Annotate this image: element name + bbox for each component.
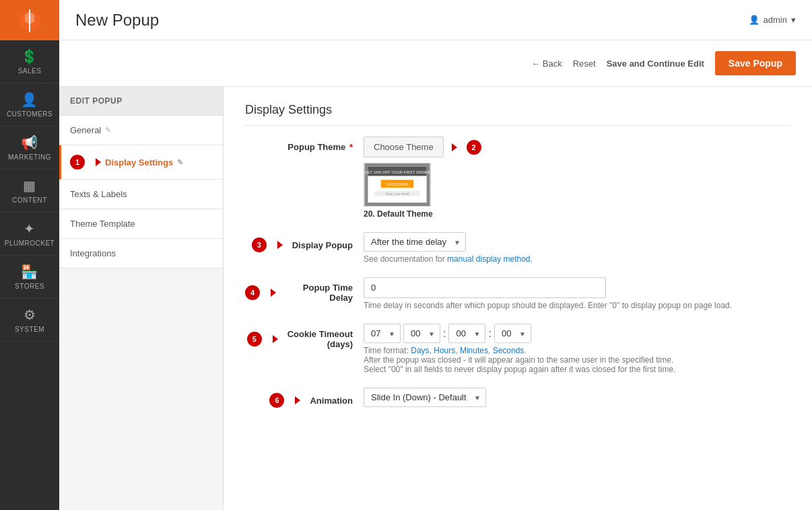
sidebar-item-content[interactable]: ▦ CONTENT: [0, 170, 59, 213]
edit-popup-header: EDIT POPUP: [59, 87, 223, 116]
theme-name: 20. Default Theme: [364, 209, 790, 219]
display-popup-field: After the time delay See documentation f…: [364, 232, 790, 264]
step3-badge-container: 3: [252, 238, 287, 252]
popup-theme-row: Popup Theme * Choose Theme 2: [245, 137, 790, 219]
display-popup-row: 3 Display Popup After the time delay See…: [245, 232, 790, 264]
nav-item-display-settings[interactable]: 1 Display Settings ✎: [59, 145, 223, 180]
colon1: :: [443, 328, 446, 340]
theme-thumbnail: GET 10% OFF YOUR FIRST ORDER SUBSCRIBE E…: [364, 163, 431, 207]
sidebar-item-plumrocket[interactable]: ✦ PLUMROCKET: [0, 213, 59, 256]
content-area: EDIT POPUP General ✎ 1 Display Settings …: [59, 87, 812, 510]
cookie-seconds-wrapper: 00: [494, 324, 531, 343]
svg-text:SUBSCRIBE: SUBSCRIBE: [386, 182, 409, 186]
left-panel: EDIT POPUP General ✎ 1 Display Settings …: [59, 87, 224, 510]
nav-item-texts-labels[interactable]: Texts & Labels: [59, 180, 223, 209]
sidebar-item-customers[interactable]: 👤 CUSTOMERS: [0, 83, 59, 126]
manual-display-link[interactable]: manual display method.: [447, 254, 533, 264]
step4-badge: 4: [245, 285, 260, 300]
nav-item-label-theme-template: Theme Template: [70, 219, 135, 229]
colon2: :: [488, 328, 491, 340]
sidebar-item-label-content: CONTENT: [12, 196, 47, 204]
reset-button[interactable]: Reset: [573, 59, 596, 69]
display-popup-label: 3 Display Popup: [245, 232, 353, 252]
edit-icon-general: ✎: [105, 126, 111, 135]
sidebar-item-sales[interactable]: 💲 SALES: [0, 40, 59, 83]
cookie-row: 07 00 : 00: [364, 324, 790, 343]
step4-arrow: [271, 289, 276, 297]
svg-text:GET 10% OFF YOUR FIRST ORDER: GET 10% OFF YOUR FIRST ORDER: [364, 170, 430, 174]
hours-link[interactable]: Hours: [434, 346, 455, 355]
sidebar: 💲 SALES 👤 CUSTOMERS 📢 MARKETING ▦ CONTEN…: [0, 0, 59, 510]
display-popup-select[interactable]: After the time delay: [364, 232, 466, 252]
content-icon: ▦: [23, 178, 36, 194]
animation-select[interactable]: Slide In (Down) - Default: [364, 388, 486, 407]
choose-theme-button[interactable]: Choose Theme: [364, 137, 444, 157]
cookie-timeout-row: 5 Cookie Timeout (days) 07: [245, 324, 790, 374]
popup-time-delay-input[interactable]: [364, 277, 606, 298]
sidebar-item-label-marketing: MARKETING: [8, 153, 51, 161]
popup-time-delay-field: Time delay in seconds after which popup …: [364, 277, 790, 310]
right-panel: Display Settings Popup Theme * Choose Th…: [224, 87, 812, 510]
step5-badge: 5: [247, 332, 262, 347]
nav-item-general[interactable]: General ✎: [59, 116, 223, 145]
animation-field: Slide In (Down) - Default: [364, 388, 790, 407]
system-icon: ⚙: [24, 307, 36, 323]
marketing-icon: 📢: [21, 135, 38, 151]
cookie-timeout-label: 5 Cookie Timeout (days): [245, 324, 353, 349]
user-icon: 👤: [749, 15, 759, 25]
nav-item-theme-template[interactable]: Theme Template: [59, 209, 223, 239]
sidebar-logo[interactable]: [0, 0, 59, 40]
step1-arrow: [96, 158, 101, 166]
cookie-days-select[interactable]: 07: [364, 324, 401, 343]
cookie-minutes-wrapper: 00: [448, 324, 485, 343]
sidebar-item-label-customers: CUSTOMERS: [7, 110, 53, 118]
save-popup-button[interactable]: Save Popup: [715, 51, 796, 75]
nav-item-label-general: General: [70, 125, 101, 135]
header: New Popup 👤 admin ▾: [59, 0, 812, 40]
sidebar-item-marketing[interactable]: 📢 MARKETING: [0, 126, 59, 170]
seconds-link[interactable]: Seconds: [493, 346, 525, 355]
sidebar-item-stores[interactable]: 🏪 STORES: [0, 256, 59, 299]
cookie-hours-wrapper: 00: [403, 324, 440, 343]
step6-badge: 6: [269, 393, 284, 408]
stores-icon: 🏪: [21, 264, 38, 280]
step3-badge: 3: [252, 238, 267, 252]
nav-item-label-texts-labels: Texts & Labels: [70, 189, 127, 199]
popup-time-delay-row: 4 Popup Time Delay Time delay in seconds…: [245, 277, 790, 310]
cookie-minutes-select[interactable]: 00: [448, 324, 485, 343]
cookie-timeout-field: 07 00 : 00: [364, 324, 790, 374]
sidebar-item-label-system: SYSTEM: [15, 326, 44, 333]
sidebar-item-system[interactable]: ⚙ SYSTEM: [0, 299, 59, 342]
display-popup-hint: See documentation for manual display met…: [364, 254, 790, 264]
step5-arrow: [273, 335, 278, 343]
animation-row: 6 Animation Slide In (Down) - Default: [245, 388, 790, 408]
step1-badge-container: 1: [70, 155, 105, 170]
step2-badge-container: 2: [452, 140, 487, 155]
step4-badge-container: 4: [245, 285, 280, 300]
save-continue-button[interactable]: Save and Continue Edit: [607, 59, 704, 69]
popup-time-delay-hint: Time delay in seconds after which popup …: [364, 301, 790, 310]
customers-icon: 👤: [21, 92, 38, 108]
cookie-hours-select[interactable]: 00: [403, 324, 440, 343]
step1-badge: 1: [70, 155, 85, 170]
popup-time-delay-label: 4 Popup Time Delay: [245, 277, 353, 303]
sidebar-item-label-stores: STORES: [15, 283, 44, 290]
minutes-link[interactable]: Minutes: [460, 346, 488, 355]
animation-label: 6 Animation: [245, 388, 353, 408]
cookie-hint-line2: After the popup was closed - it will app…: [364, 355, 790, 365]
step3-arrow: [277, 241, 283, 249]
step6-arrow: [295, 396, 300, 404]
chevron-down-icon: ▾: [791, 15, 796, 25]
page-title: New Popup: [75, 11, 159, 30]
main-area: New Popup 👤 admin ▾ ← Back Reset Save an…: [59, 0, 812, 510]
section-title: Display Settings: [245, 103, 790, 126]
days-link[interactable]: Days: [411, 346, 429, 355]
nav-item-label-display-settings: Display Settings: [105, 157, 173, 168]
step6-badge-container: 6: [269, 393, 304, 408]
user-menu[interactable]: 👤 admin ▾: [749, 15, 796, 25]
plumrocket-icon: ✦: [24, 221, 36, 237]
nav-item-integrations[interactable]: Integrations: [59, 239, 223, 268]
back-button[interactable]: ← Back: [531, 59, 562, 69]
cookie-seconds-select[interactable]: 00: [494, 324, 531, 343]
user-name: admin: [764, 15, 787, 25]
